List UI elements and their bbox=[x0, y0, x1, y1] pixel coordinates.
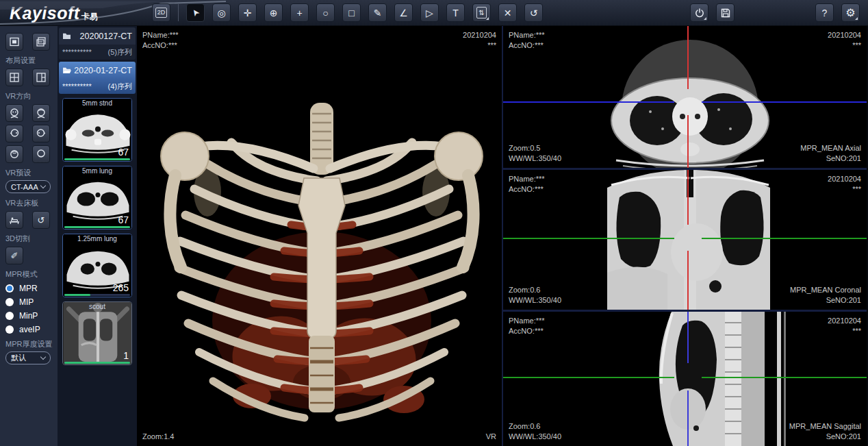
mpr-coronal-viewport[interactable]: PName:*** AccNO:*** 20210204 *** Zoom:0.… bbox=[503, 170, 867, 310]
mpr-mode-option-aveip[interactable]: aveIP bbox=[5, 325, 58, 334]
arrow-icon: ▷ bbox=[426, 8, 433, 18]
cursor-button[interactable]: ➤ bbox=[186, 3, 205, 22]
axial-crosshair-horizontal[interactable] bbox=[503, 101, 674, 103]
study-item-2-selected[interactable]: 2020-01-27-CT ********** (4)序列 bbox=[59, 62, 136, 94]
help-button[interactable]: ? bbox=[815, 3, 834, 22]
folder-open-icon bbox=[62, 66, 72, 74]
vr-rendered-ribcage-image bbox=[137, 26, 503, 446]
axial-crosshair-horizontal[interactable] bbox=[702, 101, 867, 103]
thumbnail-progress bbox=[64, 226, 130, 228]
coronal-seno: SeNO:201 bbox=[790, 295, 861, 306]
mpr-mode-option-minp[interactable]: MinP bbox=[5, 311, 58, 321]
coronal-stars: *** bbox=[828, 184, 861, 195]
vr-stars: *** bbox=[463, 40, 496, 51]
text-annotate-button[interactable]: T bbox=[446, 3, 465, 22]
axial-crosshair-vertical[interactable] bbox=[687, 26, 689, 89]
help-icon: ? bbox=[822, 8, 828, 18]
remove-bed-button[interactable] bbox=[5, 211, 23, 229]
zoom-button[interactable]: ⊕ bbox=[264, 3, 283, 22]
layout-single-button[interactable] bbox=[5, 33, 23, 51]
rotate-orbit-button[interactable]: ◎ bbox=[212, 3, 231, 22]
left-sidebar: 布局设置 VR方向 VR预设 bbox=[0, 26, 58, 446]
axial-wwwl: WW/WL:350/40 bbox=[509, 153, 561, 164]
head-front-icon bbox=[9, 108, 20, 119]
save-button[interactable] bbox=[716, 3, 735, 22]
sagittal-accno: AccNO:*** bbox=[509, 326, 545, 336]
rectangle-icon: □ bbox=[348, 8, 354, 18]
vr-zoom-value: Zoom:1.4 bbox=[142, 432, 174, 442]
mpr-sagittal-viewport[interactable]: PName:*** AccNO:*** 20210204 *** Zoom:0.… bbox=[503, 312, 867, 446]
mpr-axial-viewport[interactable]: PName:*** AccNO:*** 20210204 *** Zoom:0.… bbox=[503, 26, 867, 168]
coronal-crosshair-vertical[interactable] bbox=[687, 251, 689, 310]
pencil-icon: ✎ bbox=[374, 8, 382, 18]
series-panel: 20200127-CT ********** (5)序列 2020-01-27-… bbox=[58, 26, 137, 446]
study-series-count: (5)序列 bbox=[108, 47, 132, 58]
coronal-study-info: 20210204 *** bbox=[828, 174, 861, 195]
layout-single-icon bbox=[10, 37, 19, 47]
crosshair-icon: + bbox=[296, 8, 302, 18]
vr-head-top-button[interactable] bbox=[5, 145, 23, 163]
thumbnail-image-count: 1 bbox=[123, 350, 129, 361]
vr-viewport[interactable]: PName:*** AccNO:*** 20210204 *** Zoom:1.… bbox=[137, 26, 503, 446]
coronal-series-info: MPR_MEAN Coronal SeNO:201 bbox=[790, 285, 861, 306]
thumbnail-image-count: 67 bbox=[118, 214, 129, 225]
coronal-crosshair-horizontal[interactable] bbox=[702, 238, 867, 239]
measure-button[interactable]: ✎ bbox=[368, 3, 387, 22]
coronal-crosshair-horizontal[interactable] bbox=[503, 238, 674, 239]
sagittal-crosshair-vertical[interactable] bbox=[687, 391, 689, 446]
vr-head-back-button[interactable] bbox=[32, 104, 50, 122]
ellipse-roi-button[interactable]: ○ bbox=[316, 3, 335, 22]
coronal-accno: AccNO:*** bbox=[509, 184, 545, 195]
arrow-annotate-button[interactable]: ▷ bbox=[420, 3, 439, 22]
vr-preset-select[interactable]: CT-AAA bbox=[5, 180, 51, 193]
sagittal-date: 20210204 bbox=[828, 316, 861, 326]
axial-crosshair-vertical[interactable] bbox=[687, 115, 689, 168]
layout-settings-label: 布局设置 bbox=[5, 55, 58, 66]
bed-reset-button[interactable]: ↺ bbox=[32, 211, 50, 229]
view-2d-button[interactable]: 2D bbox=[152, 3, 170, 22]
zoom-icon: ⊕ bbox=[270, 8, 278, 18]
mpr-mode-option-mpr[interactable]: MPR bbox=[5, 284, 58, 293]
layout-stack-button[interactable] bbox=[32, 33, 50, 51]
angle-icon: ∠ bbox=[399, 8, 408, 18]
angle-button[interactable]: ∠ bbox=[394, 3, 413, 22]
chevron-down-icon bbox=[40, 183, 46, 188]
rect-roi-button[interactable]: □ bbox=[342, 3, 361, 22]
study-patient-masked: ********** bbox=[62, 48, 92, 56]
sagittal-series-info: MPR_MEAN Saggital SeNO:201 bbox=[789, 421, 861, 442]
study-item-1[interactable]: 20200127-CT ********** (5)序列 bbox=[59, 27, 136, 60]
series-thumbnail-5mm-stnd[interactable]: 5mm stnd 67 bbox=[62, 98, 132, 162]
series-thumbnail-125mm-lung[interactable]: 1.25mm lung 265 bbox=[62, 234, 132, 297]
vr-head-left-button[interactable] bbox=[5, 125, 23, 143]
power-button[interactable] bbox=[690, 3, 709, 22]
pan-button[interactable]: ✛ bbox=[238, 3, 257, 22]
vr-accno: AccNO:*** bbox=[142, 40, 179, 51]
coronal-crosshair-vertical[interactable] bbox=[687, 170, 689, 225]
thumbnail-label: 5mm stnd bbox=[63, 99, 131, 107]
mpr-mode-option-mip[interactable]: MIP bbox=[5, 297, 58, 307]
axial-pname: PName:*** bbox=[509, 30, 545, 40]
vr-head-front-button[interactable] bbox=[5, 104, 23, 122]
reset-button[interactable]: ↺ bbox=[524, 3, 543, 22]
delete-button[interactable]: ✕ bbox=[498, 3, 517, 22]
series-thumbnail-scout[interactable]: scout 1 bbox=[62, 301, 132, 365]
sagittal-seno: SeNO:201 bbox=[789, 432, 861, 442]
vr-head-bottom-button[interactable] bbox=[32, 145, 50, 163]
window-level-button[interactable]: ⇅ bbox=[472, 3, 491, 22]
vr-head-right-button[interactable] bbox=[32, 125, 50, 143]
sagittal-crosshair-horizontal[interactable] bbox=[702, 377, 867, 378]
vr-patient-info: PName:*** AccNO:*** bbox=[142, 30, 179, 51]
mpr-thickness-select[interactable]: 默认 bbox=[5, 351, 51, 364]
grid-2x2-button[interactable] bbox=[5, 69, 23, 86]
settings-button[interactable]: ⚙ bbox=[841, 3, 860, 22]
grid-split-button[interactable] bbox=[32, 69, 50, 86]
sagittal-crosshair-vertical[interactable] bbox=[687, 312, 689, 363]
sagittal-zoom: Zoom:0.6 bbox=[509, 421, 561, 432]
axial-params: Zoom:0.5 WW/WL:350/40 bbox=[509, 143, 561, 164]
crosshair-button[interactable]: + bbox=[290, 3, 309, 22]
mpr-option-label: MPR bbox=[19, 284, 38, 293]
vr-pname: PName:*** bbox=[142, 30, 179, 40]
series-thumbnail-5mm-lung[interactable]: 5mm lung 67 bbox=[62, 166, 132, 230]
sagittal-crosshair-horizontal[interactable] bbox=[503, 377, 674, 378]
cut-3d-button[interactable]: ✐ bbox=[5, 247, 23, 264]
